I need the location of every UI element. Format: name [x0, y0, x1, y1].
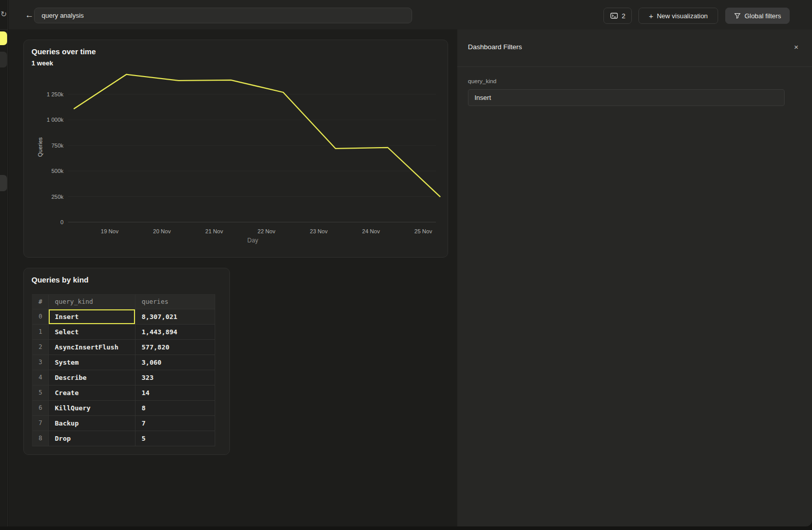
x-axis-tick: 21 Nov	[198, 228, 230, 234]
queries-by-kind-card: Queries by kind #query_kindqueries0Inser…	[23, 268, 230, 455]
y-axis-tick: 0	[33, 219, 63, 225]
column-header-queries[interactable]: queries	[136, 295, 215, 309]
table-row[interactable]: 2AsyncInsertFlush577,820	[32, 340, 215, 355]
row-index-cell[interactable]: 6	[32, 401, 49, 416]
x-axis-tick: 25 Nov	[408, 228, 439, 234]
console-count: 2	[622, 12, 625, 20]
sidebar-item[interactable]	[0, 175, 7, 191]
queries-count-cell[interactable]: 323	[136, 370, 215, 385]
y-axis-tick: 250k	[33, 194, 63, 200]
table-header-row: #query_kindqueries	[32, 295, 215, 309]
global-filters-label: Global filters	[745, 12, 781, 20]
queries-count-cell[interactable]: 14	[136, 385, 215, 401]
x-axis-tick: 23 Nov	[303, 228, 334, 234]
queries-count-cell[interactable]: 5	[136, 431, 215, 446]
main-content: Queries over time 1 week Queries Day 025…	[9, 29, 457, 526]
table-row[interactable]: 1Select1,443,894	[32, 325, 215, 340]
x-axis-tick: 19 Nov	[94, 228, 125, 234]
y-axis-tick: 1 250k	[33, 91, 63, 97]
queries-over-time-card: Queries over time 1 week Queries Day 025…	[23, 40, 448, 258]
global-filters-button[interactable]: Global filters	[725, 8, 790, 24]
queries-count-cell[interactable]: 8,307,021	[136, 309, 215, 325]
row-index-cell[interactable]: 4	[32, 370, 49, 385]
query-kind-cell[interactable]: AsyncInsertFlush	[49, 340, 136, 355]
filter-field-label: query_kind	[468, 78, 496, 84]
dashboard-app: ↻ ← 2 + New visualization	[0, 0, 812, 530]
table-row[interactable]: 5Create14	[32, 385, 215, 401]
top-bar: ← 2 + New visualization Global filters	[9, 0, 812, 29]
row-index-cell[interactable]: 2	[32, 340, 49, 355]
x-axis-tick: 20 Nov	[146, 228, 178, 234]
queries-count-cell[interactable]: 7	[136, 416, 215, 431]
x-axis-tick: 22 Nov	[251, 228, 282, 234]
plus-icon: +	[649, 12, 653, 20]
queries-count-cell[interactable]: 577,820	[136, 340, 215, 355]
console-count-button[interactable]: 2	[603, 8, 632, 24]
column-header-query_kind[interactable]: query_kind	[49, 295, 136, 309]
query-kind-cell[interactable]: Drop	[49, 431, 136, 446]
funnel-icon	[734, 12, 741, 19]
query-kind-cell[interactable]: Describe	[49, 370, 136, 385]
y-axis-tick: 1 000k	[33, 117, 63, 123]
queries-count-cell[interactable]: 1,443,894	[136, 325, 215, 340]
dashboard-filters-panel: Dashboard Filters × query_kind	[457, 29, 812, 526]
left-sidebar-rail: ↻	[0, 0, 8, 526]
query-kind-cell[interactable]: KillQuery	[49, 401, 136, 416]
sidebar-item-active[interactable]	[0, 31, 7, 45]
queries-line-chart[interactable]	[24, 40, 449, 258]
table-row[interactable]: 6KillQuery8	[32, 401, 215, 416]
refresh-icon[interactable]: ↻	[1, 10, 7, 18]
dashboard-title-input[interactable]	[34, 8, 412, 23]
row-index-cell[interactable]: 0	[32, 309, 49, 325]
table-row[interactable]: 7Backup7	[32, 416, 215, 431]
queries-count-cell[interactable]: 8	[136, 401, 215, 416]
table-title: Queries by kind	[31, 275, 89, 284]
sidebar-item[interactable]	[0, 52, 7, 67]
x-axis-tick: 24 Nov	[355, 228, 387, 234]
column-header-index[interactable]: #	[32, 295, 49, 309]
query-kind-cell[interactable]: Insert	[49, 309, 136, 325]
query-kind-filter-input[interactable]	[468, 89, 785, 106]
rail-divider	[0, 29, 8, 30]
y-axis-tick: 750k	[33, 143, 63, 149]
query-kind-cell[interactable]: Select	[49, 325, 136, 340]
close-icon[interactable]: ×	[791, 42, 802, 53]
row-index-cell[interactable]: 5	[32, 385, 49, 401]
queries-series-line	[74, 75, 440, 197]
table-row[interactable]: 0Insert8,307,021	[32, 309, 215, 325]
new-visualization-button[interactable]: + New visualization	[638, 8, 718, 24]
y-axis-tick: 500k	[33, 168, 63, 174]
queries-by-kind-table: #query_kindqueries0Insert8,307,0211Selec…	[32, 294, 215, 446]
panel-divider	[457, 66, 812, 67]
query-kind-cell[interactable]: Create	[49, 385, 136, 401]
table-row[interactable]: 4Describe323	[32, 370, 215, 385]
row-index-cell[interactable]: 7	[32, 416, 49, 431]
queries-count-cell[interactable]: 3,060	[136, 355, 215, 370]
table-row[interactable]: 3System3,060	[32, 355, 215, 370]
row-index-cell[interactable]: 3	[32, 355, 49, 370]
table-row[interactable]: 8Drop5	[32, 431, 215, 446]
row-index-cell[interactable]: 1	[32, 325, 49, 340]
query-kind-cell[interactable]: Backup	[49, 416, 136, 431]
terminal-window-icon	[610, 12, 618, 20]
new-visualization-label: New visualization	[657, 12, 707, 20]
filters-panel-title: Dashboard Filters	[468, 43, 522, 51]
row-index-cell[interactable]: 8	[32, 431, 49, 446]
query-kind-cell[interactable]: System	[49, 355, 136, 370]
